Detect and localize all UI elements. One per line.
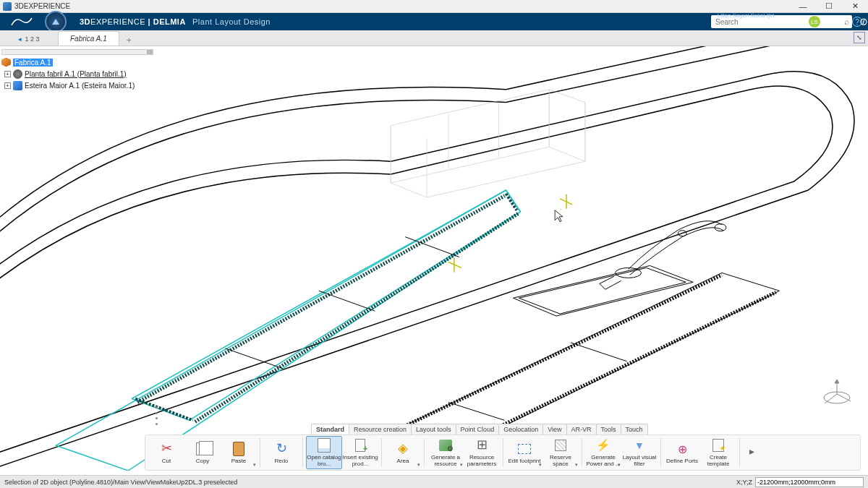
add-icon[interactable]: + — [826, 16, 832, 27]
tree-node-label: Planta fabril A.1 (Planta fabril.1) — [25, 70, 127, 78]
svg-line-3 — [448, 402, 505, 420]
expand-icon[interactable]: + — [4, 71, 11, 77]
svg-line-1 — [319, 291, 375, 311]
part-icon — [13, 69, 22, 79]
catalog-icon — [318, 438, 331, 453]
tab-touch[interactable]: Touch — [621, 424, 648, 435]
svg-line-4 — [571, 343, 627, 361]
chevron-down-icon[interactable]: ▾ — [460, 462, 463, 468]
filter-icon — [631, 437, 647, 453]
edit-footprint-button[interactable]: Edit footprint▾ — [506, 436, 542, 469]
insert-icon — [355, 439, 365, 452]
tree-slider[interactable] — [1, 49, 153, 55]
model-tree[interactable]: Fabrica A.1 + Planta fabril A.1 (Planta … — [1, 49, 153, 91]
user-menu[interactable]: CSP_lilians ˅ — [760, 18, 803, 26]
chevron-down-icon[interactable]: ▾ — [618, 462, 621, 468]
ribbon-tabs: Standard Resource creation Layout tools … — [311, 424, 647, 435]
copy-icon — [196, 442, 209, 455]
copy-button[interactable]: Copy — [184, 436, 221, 469]
area-button[interactable]: Area▾ — [385, 436, 421, 469]
add-tab-button[interactable]: + — [124, 35, 135, 46]
panel-grip[interactable] — [156, 405, 158, 427]
chevron-down-icon[interactable]: ▾ — [539, 462, 542, 468]
reserve-space-button[interactable]: Reserve space▾ — [542, 436, 579, 469]
window-title: 3DEXPERIENCE — [14, 2, 70, 10]
chevron-down-icon[interactable]: ▾ — [575, 462, 578, 468]
view-compass[interactable] — [819, 376, 855, 412]
generate-resource-button[interactable]: Generate a resource▾ — [427, 436, 464, 469]
product-icon — [1, 58, 11, 67]
insert-product-button[interactable]: Insert existing prod... — [342, 436, 378, 469]
chevron-down-icon[interactable]: ▾ — [417, 462, 420, 468]
document-tabbar: ◂ 1 2 3 Fabrica A.1 + ⤡ — [0, 30, 868, 46]
conveyor-icon — [13, 81, 22, 90]
create-template-button[interactable]: Create template — [700, 436, 736, 469]
resource-parameters-button[interactable]: Resource parameters — [464, 436, 500, 469]
cut-button[interactable]: Cut — [148, 436, 184, 469]
collapse-button[interactable]: ⤡ — [854, 32, 865, 43]
tree-node-planta[interactable]: + Planta fabril A.1 (Planta fabril.1) — [4, 68, 153, 80]
tree-node-esteira[interactable]: + Esteira Maior A.1 (Esteira Maior.1) — [4, 80, 153, 91]
ports-icon — [676, 443, 688, 455]
svg-line-2 — [405, 237, 459, 257]
status-bar: Selection of 2D object (Polyline.4810)/M… — [0, 475, 868, 488]
window-titlebar: 3DEXPERIENCE — ☐ ✕ — [0, 0, 868, 13]
tree-node-label: Esteira Maior A.1 (Esteira Maior.1) — [25, 82, 135, 90]
more-icon — [744, 444, 760, 460]
brand-divider: | — [145, 17, 153, 26]
power-icon — [595, 437, 611, 453]
space-icon — [555, 440, 566, 451]
paste-button[interactable]: Paste▾ — [221, 436, 257, 469]
viewport-3d[interactable] — [0, 46, 868, 471]
tab-point-cloud[interactable]: Point Cloud — [456, 424, 500, 435]
brand-prefix: 3D — [80, 17, 90, 26]
scissors-icon — [158, 441, 174, 457]
generate-power-button[interactable]: Generate Power and ...▾ — [585, 436, 621, 469]
tree-root-label: Fabrica A.1 — [13, 59, 53, 67]
app-name: Plant Layout Design — [192, 17, 271, 26]
redo-icon — [273, 441, 289, 457]
define-ports-button[interactable]: Define Ports — [664, 436, 700, 469]
more-tools-button[interactable] — [743, 436, 760, 469]
svg-line-8 — [448, 262, 461, 267]
tab-layout-tools[interactable]: Layout tools — [411, 424, 456, 435]
parameters-icon — [474, 437, 490, 453]
maximize-button[interactable]: ☐ — [819, 1, 839, 12]
user-avatar[interactable]: LS — [809, 16, 820, 27]
brand-suffix: EXPERIENCE — [90, 17, 145, 26]
tab-standard[interactable]: Standard — [311, 424, 349, 435]
help-icon[interactable]: ? — [852, 17, 862, 27]
layout-filter-button[interactable]: Layout visual filter — [621, 436, 658, 469]
status-message: Selection of 2D object (Polyline.4810)/M… — [4, 479, 237, 486]
minimize-button[interactable]: — — [793, 1, 813, 12]
redo-button[interactable]: Redo — [263, 436, 299, 469]
footprint-icon — [518, 444, 531, 454]
template-icon — [712, 439, 724, 452]
share-icon[interactable]: ↗ — [838, 16, 846, 27]
expand-icon[interactable]: + — [4, 82, 11, 89]
open-catalog-button[interactable]: Open catalog bro... — [306, 436, 342, 469]
close-button[interactable]: ✕ — [845, 1, 865, 12]
paste-icon — [233, 442, 244, 456]
nav-numbers[interactable]: ◂ 1 2 3 — [0, 33, 58, 46]
tree-root[interactable]: Fabrica A.1 — [1, 56, 153, 68]
generate-icon — [439, 440, 452, 451]
tab-resource-creation[interactable]: Resource creation — [349, 424, 412, 435]
brand-bar: 3DEXPERIENCE | DELMIA Plant Layout Desig… — [0, 13, 868, 30]
coord-label: X;Y;Z — [736, 479, 752, 486]
area-icon — [395, 441, 411, 457]
coord-input[interactable] — [755, 477, 864, 487]
tab-ar-vr[interactable]: AR-VR — [566, 424, 597, 435]
compass-button[interactable] — [45, 11, 67, 33]
tab-view[interactable]: View — [542, 424, 566, 435]
ribbon-toolbar: Cut Copy Paste▾ Redo Open catalog bro...… — [145, 435, 861, 471]
tab-fabrica[interactable]: Fabrica A.1 — [58, 31, 119, 46]
tab-geolocation[interactable]: Geolocation — [498, 424, 543, 435]
tab-tools[interactable]: Tools — [596, 424, 621, 435]
svg-line-13 — [825, 394, 837, 403]
chevron-down-icon[interactable]: ▾ — [253, 462, 256, 468]
brand-suite: DELMIA — [153, 17, 186, 26]
ds-logo[interactable] — [0, 13, 43, 30]
app-icon — [3, 2, 12, 11]
